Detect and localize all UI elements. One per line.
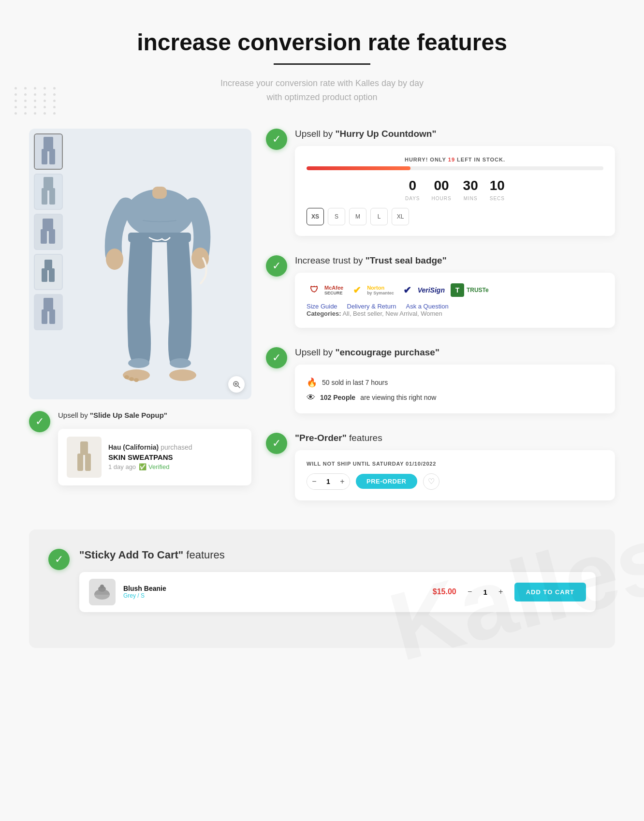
svg-rect-15 xyxy=(49,268,55,282)
sticky-product-variant: Grey / S xyxy=(123,592,425,599)
product-display xyxy=(29,129,251,399)
countdown-feature-row: ✓ Upsell by "Hurry Up Countdown" HURRY! … xyxy=(266,129,615,236)
svg-rect-2 xyxy=(42,149,47,164)
product-main-image xyxy=(68,129,251,399)
wishlist-button[interactable]: ♡ xyxy=(423,473,439,490)
svg-rect-22 xyxy=(152,187,167,199)
popup-sale-body: Hau (California) purchased SKIN SWEATPAN… xyxy=(67,437,243,478)
preorder-qty-decrease[interactable]: − xyxy=(307,474,322,489)
svg-point-23 xyxy=(106,249,123,270)
preorder-qty-control: − 1 + xyxy=(307,473,350,490)
left-column: ✓ Upsell by "Slide Up Sale Popup" xyxy=(29,129,251,510)
size-options: XS S M L XL xyxy=(307,208,603,225)
svg-rect-10 xyxy=(41,229,47,244)
svg-point-29 xyxy=(169,369,196,381)
delivery-return-link[interactable]: Delivery & Return xyxy=(347,303,396,310)
countdown-row: 0 DAYS 00 HOURS 30 MINS xyxy=(307,178,603,202)
header-divider xyxy=(274,63,370,65)
preorder-title: "Pre-Order" features xyxy=(295,433,615,443)
preorder-card: WILL NOT SHIP UNTIL SATURDAY 01/10/2022 … xyxy=(295,450,615,500)
preorder-button[interactable]: PRE-ORDER xyxy=(356,474,417,489)
page-subtitle: Increase your conversion rate with Kalle… xyxy=(29,76,615,104)
stock-bar-fill xyxy=(307,166,410,170)
sticky-qty-control: − 1 + xyxy=(463,585,508,599)
countdown-mins: 30 MINS xyxy=(463,178,478,202)
sticky-product-thumb xyxy=(89,579,116,605)
preorder-qty-value: 1 xyxy=(322,478,335,485)
sticky-add-to-cart-button[interactable]: ADD TO CART xyxy=(514,583,586,601)
page-header: increase conversion rate features Increa… xyxy=(29,29,615,104)
preorder-controls: − 1 + PRE-ORDER ♡ xyxy=(307,473,603,490)
size-xs[interactable]: XS xyxy=(307,208,324,225)
popup-info: Hau (California) purchased SKIN SWEATPAN… xyxy=(108,443,243,470)
popup-check-icon: ✓ xyxy=(29,411,50,432)
encourage-check: ✓ xyxy=(266,347,287,368)
svg-point-44 xyxy=(100,585,104,588)
svg-rect-7 xyxy=(49,188,55,205)
size-s[interactable]: S xyxy=(328,208,345,225)
trust-card: 🛡 McAfee SECURE ✔ Norton by Sy xyxy=(295,273,615,328)
preorder-qty-increase[interactable]: + xyxy=(335,474,350,489)
popup-sale-card: Hau (California) purchased SKIN SWEATPAN… xyxy=(58,429,251,485)
countdown-days: 0 DAYS xyxy=(405,178,420,202)
sticky-section: ✓ "Sticky Add To Cart" features xyxy=(29,529,615,648)
svg-rect-19 xyxy=(49,309,55,324)
svg-rect-6 xyxy=(42,188,47,205)
sticky-product-info: Blush Beanie Grey / S xyxy=(123,585,425,599)
popup-product-name: SKIN SWEATPANS xyxy=(108,453,243,461)
trust-feature-row: ✓ Increase trust by "Trust seal badge" 🛡… xyxy=(266,255,615,328)
verisign-badge: ✔ VeriSign xyxy=(400,283,445,297)
svg-rect-18 xyxy=(42,309,47,324)
ask-question-link[interactable]: Ask a Question xyxy=(406,303,448,310)
size-l[interactable]: L xyxy=(370,208,388,225)
svg-point-26 xyxy=(128,358,149,368)
truste-icon: T xyxy=(451,283,464,297)
popup-sale-title: Upsell by "Slide Up Sale Popup" xyxy=(58,411,251,419)
sticky-feature-row: ✓ "Sticky Add To Cart" features xyxy=(48,549,596,612)
svg-rect-17 xyxy=(44,298,53,311)
sticky-right: $15.00 − 1 + ADD TO CART xyxy=(433,583,586,601)
preorder-feature-row: ✓ "Pre-Order" features WILL NOT SHIP UNT… xyxy=(266,433,615,500)
main-content: ✓ Upsell by "Slide Up Sale Popup" xyxy=(29,129,615,510)
right-column: ✓ Upsell by "Hurry Up Countdown" HURRY! … xyxy=(266,129,615,510)
truste-badge: T TRUSTe xyxy=(451,283,489,297)
stat-sold: 🔥 50 sold in last 7 hours xyxy=(307,377,603,388)
sticky-bar: Blush Beanie Grey / S $15.00 − 1 + ADD T… xyxy=(79,572,596,612)
sticky-qty-value: 1 xyxy=(481,588,490,596)
sticky-price: $15.00 xyxy=(433,587,456,596)
sticky-qty-increase[interactable]: + xyxy=(494,585,508,599)
svg-point-27 xyxy=(170,358,191,368)
svg-rect-39 xyxy=(77,454,83,471)
countdown-check: ✓ xyxy=(266,129,287,150)
thumbnail-2[interactable] xyxy=(34,174,63,210)
trust-title: Increase trust by "Trust seal badge" xyxy=(295,255,615,266)
countdown-title: Upsell by "Hurry Up Countdown" xyxy=(295,129,615,139)
sticky-qty-decrease[interactable]: − xyxy=(463,585,477,599)
popup-sale-section: ✓ Upsell by "Slide Up Sale Popup" xyxy=(29,411,251,485)
thumbnail-4[interactable] xyxy=(34,254,63,290)
popup-product-thumb xyxy=(67,437,102,478)
encourage-card: 🔥 50 sold in last 7 hours 👁 102 People a… xyxy=(295,365,615,413)
product-links: Size Guide Delivery & Return Ask a Quest… xyxy=(307,303,603,310)
buyer-name: Hau (California) xyxy=(108,443,159,451)
norton-badge: ✔ Norton by Symantec xyxy=(349,283,394,297)
thumbnail-1[interactable] xyxy=(34,133,63,170)
zoom-button[interactable] xyxy=(228,376,245,393)
verified-badge: ✅ Verified xyxy=(139,463,169,470)
size-m[interactable]: M xyxy=(349,208,366,225)
trust-badges: 🛡 McAfee SECURE ✔ Norton by Sy xyxy=(307,283,603,297)
preorder-check: ✓ xyxy=(266,433,287,454)
svg-rect-20 xyxy=(77,138,242,390)
thumbnail-3[interactable] xyxy=(34,214,63,250)
trust-check: ✓ xyxy=(266,255,287,277)
verisign-icon: ✔ xyxy=(400,283,415,297)
size-xl[interactable]: XL xyxy=(392,208,409,225)
encourage-title: Upsell by "encougrage purchase" xyxy=(295,347,615,358)
thumbnail-5[interactable] xyxy=(34,294,63,330)
stat-viewing: 👁 102 People are viewing this right now xyxy=(307,393,603,403)
hurry-stock-text: HURRY! ONLY 19 LEFT IN STOCK. xyxy=(307,157,603,162)
sticky-check: ✓ xyxy=(48,549,70,570)
size-guide-link[interactable]: Size Guide xyxy=(307,303,337,310)
svg-line-34 xyxy=(238,386,240,388)
encourage-feature-row: ✓ Upsell by "encougrage purchase" 🔥 50 s… xyxy=(266,347,615,413)
